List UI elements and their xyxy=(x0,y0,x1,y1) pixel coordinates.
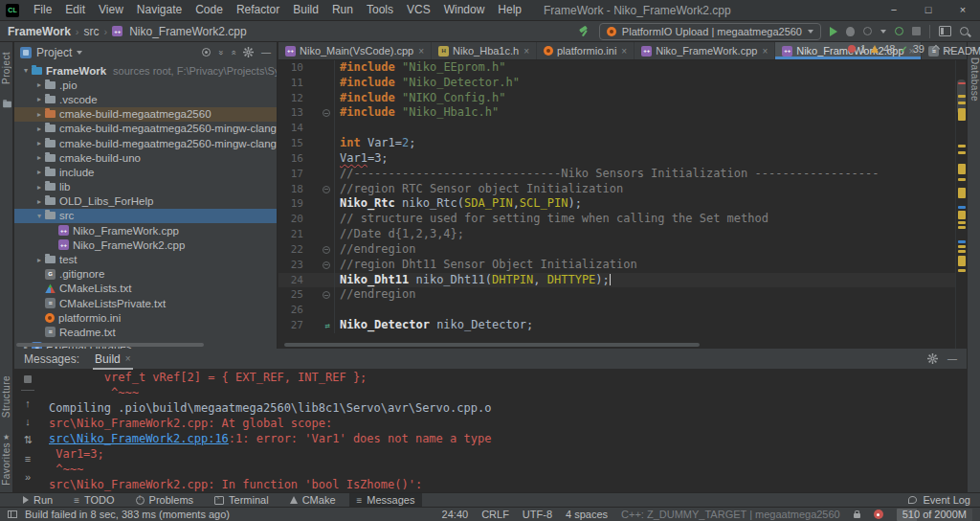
code-line[interactable]: 26 xyxy=(278,303,955,318)
menu-window[interactable]: Window xyxy=(437,0,492,20)
tree-item-cmake-build-megaatmega2560-mingw-clang-1[interactable]: ▸cmake-build-megaatmega2560-mingw-clang-… xyxy=(14,136,277,150)
gear-icon[interactable] xyxy=(243,47,254,57)
stripe-mark[interactable] xyxy=(958,145,966,147)
tool-window-button-run[interactable]: Run xyxy=(15,493,60,507)
close-icon[interactable]: × xyxy=(523,46,529,57)
close-icon[interactable]: × xyxy=(621,46,627,57)
menu-view[interactable]: View xyxy=(92,0,130,20)
menu-edit[interactable]: Edit xyxy=(58,0,92,20)
tab-platformio-ini[interactable]: platformio.ini× xyxy=(537,42,635,59)
menu-tools[interactable]: Tools xyxy=(360,0,400,20)
stripe-mark[interactable] xyxy=(958,240,966,243)
status-item-utf-8[interactable]: UTF-8 xyxy=(523,509,552,520)
code-line[interactable]: 20// structure used for setting time whe… xyxy=(278,212,955,227)
status-item-4-spaces[interactable]: 4 spaces xyxy=(566,509,608,520)
tool-window-button-todo[interactable]: ≡TODO xyxy=(66,493,122,507)
build-tab[interactable]: Build × xyxy=(93,352,133,366)
tree-item-readme-txt[interactable]: ≡Readme.txt xyxy=(14,325,277,339)
breadcrumb-item-src[interactable]: src xyxy=(83,25,99,38)
code-line[interactable]: 14 xyxy=(278,121,955,136)
maximize-button[interactable]: □ xyxy=(911,0,946,20)
tree-item-lib[interactable]: ▸lib xyxy=(14,180,277,194)
stripe-mark[interactable] xyxy=(958,226,966,229)
breadcrumb-item-niko-framework2-cpp[interactable]: Niko_FrameWork2.cpp xyxy=(129,25,246,38)
code-line[interactable]: 16Var1=3; xyxy=(278,151,955,167)
tree-item-niko-framework-cpp[interactable]: ++Niko_FrameWork.cpp xyxy=(14,223,277,238)
code-line[interactable]: 19Niko_Rtc niko_Rtc(SDA_PIN,SCL_PIN); xyxy=(278,196,955,212)
code-line[interactable]: 11#include "Niko_Detector.h" xyxy=(278,76,955,91)
tree-item-cmakelistsprivate-txt[interactable]: ≡CMakeListsPrivate.txt xyxy=(14,296,277,310)
tool-window-button-terminal[interactable]: Terminal xyxy=(207,493,277,507)
previous-problem-icon[interactable] xyxy=(932,45,940,53)
chevron-right-icon[interactable]: ▸ xyxy=(33,153,45,162)
expand-toolbar-icon[interactable]: » xyxy=(25,471,31,483)
chevron-down-icon[interactable]: ▾ xyxy=(33,212,45,220)
chevron-right-icon[interactable]: ▸ xyxy=(33,80,45,89)
code-line[interactable]: 21//Date d{1,2,3,4}; xyxy=(278,227,955,242)
tree-item-include[interactable]: ▸include xyxy=(14,165,277,179)
close-icon[interactable]: × xyxy=(125,353,131,364)
profiler-chevron-down-icon[interactable] xyxy=(880,30,886,34)
search-everywhere-icon[interactable] xyxy=(960,27,969,35)
previous-message-icon[interactable]: ↑ xyxy=(25,397,31,409)
close-button[interactable]: × xyxy=(946,0,980,20)
debug-button[interactable] xyxy=(846,27,855,36)
tree-item-pio[interactable]: ▸.pio xyxy=(14,78,277,92)
sort-messages-icon[interactable]: ⇅ xyxy=(23,434,32,446)
code-line[interactable]: 10#include "Niko_EEprom.h" xyxy=(278,60,955,76)
stripe-mark[interactable] xyxy=(958,211,966,219)
tree-item-cmake-build-megaatmega2560-mingw-clang[interactable]: ▸cmake-build-megaatmega2560-mingw-clang xyxy=(14,122,277,136)
tree-item-test[interactable]: ▸test xyxy=(14,252,277,266)
stripe-mark[interactable] xyxy=(958,256,966,266)
notifications-icon[interactable] xyxy=(874,510,883,519)
structure-stripe-tab[interactable]: Structure xyxy=(1,375,11,418)
tool-window-switcher-icon[interactable] xyxy=(8,510,17,518)
soft-wrap-icon[interactable]: ≡ xyxy=(25,453,31,464)
chevron-down-icon[interactable]: ▾ xyxy=(20,66,32,75)
menu-file[interactable]: File xyxy=(27,0,58,20)
build-output[interactable]: vref_t vRef[2] = { EXT_REF, INT_REF }; ^… xyxy=(41,369,967,492)
stripe-mark[interactable] xyxy=(958,95,966,98)
stripe-mark[interactable] xyxy=(958,250,966,253)
tree-item-cmake-build-megaatmega2560[interactable]: ▸cmake-build-megaatmega2560 xyxy=(14,107,277,122)
breadcrumb-item-framework[interactable]: FrameWork xyxy=(8,25,71,38)
database-stripe-tab[interactable]: Database xyxy=(969,57,980,102)
stripe-mark[interactable] xyxy=(958,164,966,174)
favorites-stripe-tab[interactable]: Favorites xyxy=(1,442,11,486)
tree-item-platformio-ini[interactable]: platformio.ini xyxy=(14,310,277,325)
menu-code[interactable]: Code xyxy=(189,0,230,20)
stripe-mark[interactable] xyxy=(958,82,966,84)
profiler-button[interactable] xyxy=(863,27,872,35)
run-button[interactable] xyxy=(830,27,837,36)
code-line[interactable]: 23//region Dht11 Sensor Object Initializ… xyxy=(278,258,955,273)
project-stripe-tab[interactable]: Project xyxy=(1,52,11,84)
tree-item-cmake-build-uno[interactable]: ▸cmake-build-uno xyxy=(14,150,277,165)
stripe-mark[interactable] xyxy=(958,245,966,248)
hide-panel-icon[interactable]: — xyxy=(947,353,957,364)
event-log-button[interactable]: Event Log xyxy=(908,494,980,506)
stripe-mark[interactable] xyxy=(958,108,966,121)
code-line[interactable]: 24Niko_Dht11 niko_Dht11(DHTPIN, DHTTYPE)… xyxy=(278,273,955,288)
minimize-button[interactable]: − xyxy=(877,0,911,20)
code-line[interactable]: 13#include "Niko_Hba1c.h" xyxy=(278,105,955,121)
gear-icon[interactable] xyxy=(927,353,938,364)
code-line[interactable]: 12#include "NIKO_Config.h" xyxy=(278,91,955,106)
chevron-right-icon[interactable]: ▸ xyxy=(33,110,45,119)
stop-process-icon[interactable] xyxy=(24,375,32,383)
lock-icon[interactable] xyxy=(854,513,860,518)
stripe-mark[interactable] xyxy=(958,206,966,209)
fold-region-icon[interactable] xyxy=(323,109,330,117)
menu-build[interactable]: Build xyxy=(286,0,325,20)
tool-window-button-problems[interactable]: Problems xyxy=(128,493,201,507)
tab-niko-main-vscode-cpp[interactable]: ++Niko_Main(VsCode).cpp× xyxy=(278,42,432,59)
menu-run[interactable]: Run xyxy=(325,0,360,20)
chevron-right-icon[interactable]: ▸ xyxy=(33,256,45,264)
memory-indicator[interactable]: 510 of 2000M xyxy=(897,509,972,521)
code-line[interactable]: 25//endregion xyxy=(278,287,955,303)
tool-window-button-messages[interactable]: ≡Messages xyxy=(349,493,423,507)
stripe-mark[interactable] xyxy=(958,102,966,104)
chevron-right-icon[interactable]: ▸ xyxy=(33,197,45,206)
project-view-chevron-icon[interactable] xyxy=(77,51,82,55)
inspections-widget[interactable]: 1 48 ✓ 39 xyxy=(848,43,951,55)
stop-button[interactable] xyxy=(912,27,921,35)
